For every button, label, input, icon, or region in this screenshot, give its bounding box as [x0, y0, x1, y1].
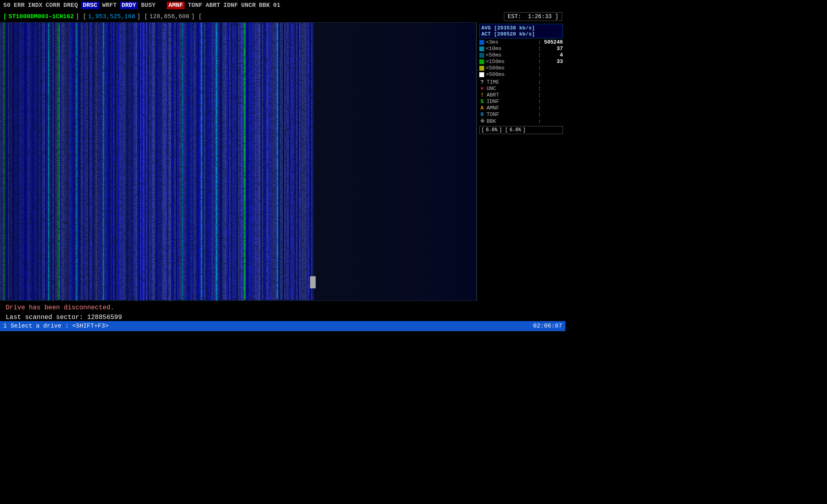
colon-150ms: : — [538, 59, 541, 65]
stat-abrt: ! ABRT : — [479, 92, 563, 98]
progress-bar-row: [ 6.6% ] [ 6.6% ] — [479, 126, 563, 134]
colon-50ms: : — [538, 52, 541, 58]
est-block: EST: 1:26:33 ] — [504, 12, 562, 21]
flag-dreq: DREQ — [63, 2, 78, 9]
flag-busy: BUSY — [141, 2, 155, 9]
label-bbk: BBK — [487, 118, 536, 124]
sym-question: ? — [479, 79, 485, 85]
flag-indx: INDX — [28, 2, 42, 9]
avg-value: [203538 kb/s] — [494, 25, 535, 31]
flag-corr: CORR — [46, 2, 60, 9]
flag-idnf: IDNF — [223, 2, 238, 9]
sym-0: 0 — [479, 111, 485, 118]
progress-left-value: 6.6% — [486, 127, 497, 133]
bottom-status-bar: i Select a drive : <SHIFT+F3> 02:06:07 — [0, 321, 565, 331]
status-right: 02:06:07 — [533, 323, 562, 330]
progress-right-value: 6.6% — [510, 127, 521, 133]
flag-amnf: AMNF — [167, 2, 185, 9]
stat-over500ms: >500ms : — [479, 71, 563, 78]
stat-time: ? TIME : — [479, 79, 563, 85]
colon-3ms: : — [538, 39, 541, 45]
value-50ms: 4 — [543, 52, 563, 58]
ind-500ms — [479, 66, 484, 71]
flag-50: 50 — [3, 2, 10, 9]
colon-amnf: : — [538, 105, 541, 111]
screen: 50 ERR INDX CORR DREQ DRSC WRFT DRDY BUS… — [0, 0, 565, 331]
last-sector-message: Last scanned sector: 128856599 — [6, 314, 560, 321]
stat-idnf: S IDNF : — [479, 99, 563, 105]
disconnected-message: Drive has been disconnected. — [6, 304, 560, 311]
value-3ms: 505246 — [543, 39, 563, 45]
stat-150ms: <150ms : 33 — [479, 59, 563, 65]
drive-current-pos: 128,856,600 — [149, 13, 189, 20]
act-label: ACT — [481, 31, 491, 37]
avg-line: AVG [203538 kb/s] — [481, 25, 561, 31]
flag-err: ERR — [14, 2, 25, 9]
label-500ms: <500ms — [486, 65, 536, 71]
last-sector-value: 128856599 — [87, 314, 122, 321]
label-time: TIME — [487, 79, 536, 85]
stat-500ms: <500ms : — [479, 65, 563, 71]
ind-10ms — [479, 46, 484, 51]
symbol-stats: ? TIME : × UNC : ! ABRT : — [479, 79, 563, 124]
progress-right-bracket: ] — [523, 127, 525, 133]
status-left: i Select a drive : <SHIFT+F3> — [3, 323, 109, 330]
label-50ms: <50ms — [486, 52, 536, 58]
est-bracket: ] — [555, 13, 558, 20]
avg-label: AVG — [481, 25, 491, 31]
stat-50ms: <50ms : 4 — [479, 52, 563, 58]
avg-row: AVG [203538 kb/s] ACT [208520 kb/s] — [479, 24, 563, 38]
drive-bracket-mid2: ] [ — [137, 13, 148, 20]
stat-tonf: 0 TONF : — [479, 111, 563, 118]
colon-abrt: : — [538, 92, 541, 98]
act-line: ACT [208520 kb/s] — [481, 31, 561, 37]
last-sector-label: Last scanned sector: — [6, 314, 83, 321]
stat-unc: × UNC : — [479, 86, 563, 92]
flag-01: 01 — [273, 2, 280, 9]
drive-bracket-mid: ] [ — [76, 13, 86, 20]
label-tonf: TONF — [487, 111, 536, 118]
drive-info-bar: [ ST1000DM003-1CH162 ] [ 1,953,525,168 ]… — [0, 11, 565, 22]
top-status-bar: 50 ERR INDX CORR DREQ DRSC WRFT DRDY BUS… — [0, 0, 565, 11]
colon-over500ms: : — [538, 71, 541, 78]
ind-over500ms — [479, 72, 484, 77]
value-150ms: 33 — [543, 59, 563, 65]
stat-amnf: A AMNF : — [479, 105, 563, 111]
drive-model: ST1000DM003-1CH162 — [8, 13, 74, 20]
est-time: 1:26:33 — [528, 13, 552, 20]
colon-unc: : — [538, 86, 541, 92]
drive-total-sectors: 1,953,525,168 — [88, 13, 135, 20]
sym-a: A — [479, 105, 485, 111]
stat-bbk: ※ BBK : — [479, 118, 563, 124]
flag-uncr: UNCR — [241, 2, 256, 9]
sym-excl: ! — [479, 92, 485, 98]
flag-drdy: DRDY — [120, 2, 138, 9]
act-value: [208520 kb/s] — [494, 31, 535, 37]
progress-sep: ] [ — [499, 127, 508, 133]
colon-bbk: : — [538, 118, 541, 124]
flag-bbk: BBK — [259, 2, 270, 9]
label-150ms: <150ms — [486, 59, 536, 65]
stat-10ms: <10ms : 37 — [479, 46, 563, 52]
stat-3ms: <3ms : 505246 — [479, 39, 563, 45]
value-10ms: 37 — [543, 46, 563, 52]
ind-3ms — [479, 40, 484, 45]
colon-500ms: : — [538, 65, 541, 71]
flag-drsc: DRSC — [81, 2, 99, 9]
sym-star: ※ — [479, 118, 485, 124]
drive-bracket-close: ] [ — [191, 13, 202, 20]
main-area: AVG [203538 kb/s] ACT [208520 kb/s] <3ms… — [0, 22, 565, 301]
label-over500ms: >500ms — [486, 71, 536, 78]
colon-tonf: : — [538, 111, 541, 118]
colon-10ms: : — [538, 46, 541, 52]
colon-time: : — [538, 79, 541, 85]
sym-s: S — [479, 99, 485, 105]
scan-graph — [0, 23, 476, 300]
drive-bracket-open: [ — [3, 13, 7, 20]
label-amnf: AMNF — [487, 105, 536, 111]
label-unc: UNC — [487, 86, 536, 92]
graph-area — [0, 22, 476, 301]
right-panel: AVG [203538 kb/s] ACT [208520 kb/s] <3ms… — [476, 22, 565, 301]
label-abrt: ABRT — [487, 92, 536, 98]
label-10ms: <10ms — [486, 46, 536, 52]
